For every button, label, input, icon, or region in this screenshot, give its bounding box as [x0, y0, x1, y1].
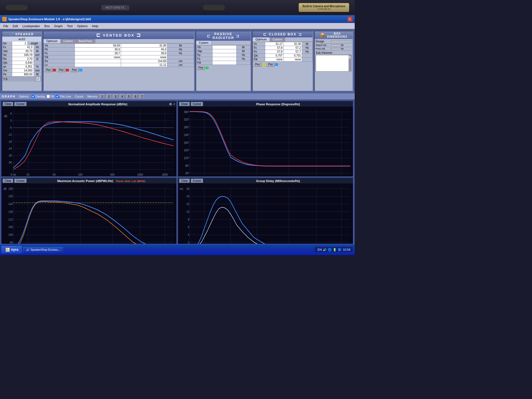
phase-graph-topbar: Clear Cursor Phase Response (Degrees/Hz) — [178, 101, 353, 107]
amplitude-clear-button[interactable]: Clear — [3, 102, 13, 106]
plot-btn-passive[interactable]: Plot — [197, 66, 205, 70]
menu-graph[interactable]: Graph — [52, 24, 65, 28]
amplitude-graph-topbar: Clear Cursor Normalized Amplitude Respon… — [2, 101, 177, 107]
reqvol-value — [331, 45, 341, 46]
tab-custom-closed[interactable]: Custom — [270, 37, 285, 42]
groupdelay-cursor-button[interactable]: Cursor — [191, 179, 203, 183]
table-row: Fs 28,7 39,9 Hz — [44, 52, 194, 55]
clock: 10:56 — [343, 248, 351, 251]
tab-optimum-vented[interactable]: Optimum — [44, 39, 61, 43]
thinline-option[interactable]: Thin Line — [56, 95, 71, 98]
svg-text:500: 500 — [110, 173, 115, 177]
taskbar-speakershop[interactable]: 🔊 SpeakerShop Enclosu... — [23, 247, 63, 253]
svg-text:4: 4 — [188, 233, 189, 236]
memory-btn-5[interactable]: 5 — [126, 94, 131, 99]
power-graph-title: Maximum Acoustic Power (dBPWL/Hz) Therm.… — [28, 179, 175, 183]
menu-loudspeaker[interactable]: Loudspeaker — [20, 24, 42, 28]
plot-btn-vented-1[interactable]: Plot — [44, 68, 52, 72]
amplitude-graph-canvas: 6 0 -6 -12 -18 -24 -30 -36 dB 5 Hz 10 50 — [2, 107, 177, 177]
passive-params-table: Vb litr Vap litr Fp Hz — [196, 45, 250, 65]
scrollbar[interactable] — [349, 55, 351, 71]
tab-optimum-closed[interactable]: Optimum — [253, 37, 270, 42]
power-cursor-button[interactable]: Cursor — [14, 179, 27, 183]
passive-radiator-panel: ⊏ PASSIVE RADIATOR ⊐ Custom Vb litr — [196, 31, 251, 91]
camera-bar-center-label: MOTIONEYE — [101, 5, 129, 10]
top-panels: 🔊 SPEAKER av10 No 1 single Fs 41,0 Hz — [0, 29, 355, 93]
svg-text:10: 10 — [26, 173, 29, 177]
menu-box[interactable]: Box — [42, 24, 52, 28]
table-row: Lv 11,11 cm — [44, 63, 194, 67]
tab-custom-passive[interactable]: Custom — [196, 41, 211, 45]
windows-icon: 🪟 — [5, 247, 10, 252]
passive-tabs: Custom — [196, 41, 250, 45]
ts-row: T-S ✓ — [2, 76, 41, 81]
memory-btn-6[interactable]: 6 — [133, 94, 138, 99]
menu-edit[interactable]: Edit — [11, 24, 20, 28]
speaker-name: av10 — [2, 37, 41, 42]
vented-box-header: ⊏ VENTED BOX ⊐ — [44, 31, 194, 39]
passive-icon2: ⊐ — [236, 34, 240, 38]
fill-option[interactable]: Fill — [47, 95, 54, 98]
tab-bandpass-vented[interactable]: Band-Pass — [76, 39, 95, 43]
memory-btn-4[interactable]: 4 — [120, 94, 125, 99]
vented-icon: ⊏ — [96, 32, 101, 38]
tab-custom-vented[interactable]: Custom — [61, 39, 76, 43]
plot-btn-vented-3[interactable]: Plot — [70, 68, 78, 72]
close-button[interactable]: E — [347, 17, 352, 22]
memory-btn-3[interactable]: 3 — [113, 94, 118, 99]
phase-graph-title: Phase Response (Degrees/Hz) — [204, 103, 352, 106]
groupdelay-clear-button[interactable]: Clear — [179, 179, 190, 183]
menu-file[interactable]: File — [1, 24, 11, 28]
camera-slot-left — [6, 5, 28, 10]
passive-header-label2: RADIATOR — [213, 36, 234, 40]
param-eta: ηo 0,351 % — [2, 65, 41, 69]
table-row: Dv 2x4,60 cm — [44, 59, 194, 63]
start-button[interactable]: 🪟 пуск — [2, 246, 22, 253]
menu-bar: File Edit Loudspeaker Box Graph Test Opt… — [0, 23, 355, 29]
camera-slot-right — [203, 5, 225, 10]
svg-text:120°: 120° — [184, 156, 189, 160]
svg-text:14: 14 — [186, 195, 189, 198]
closed-icon: ⊏ — [263, 32, 267, 37]
power-clear-button[interactable]: Clear — [3, 179, 13, 183]
table-row: Fb 30,0 45,0 Hz — [44, 48, 194, 52]
plot-btn-vented-2[interactable]: Plot — [57, 68, 65, 72]
amplitude-cursor-button[interactable]: Cursor — [14, 102, 27, 106]
memory-btn-1[interactable]: 1 — [100, 94, 105, 99]
sys-icon-3: 🔋 — [333, 248, 337, 252]
plot-btn-closed-1[interactable]: Plot — [253, 62, 261, 66]
speaker-params: No 1 single Fs 41,0 Hz Vas 30,70 litr — [2, 42, 41, 81]
overlay-option[interactable]: Overlay — [32, 95, 45, 98]
phase-clear-button[interactable]: Clear — [179, 102, 190, 106]
camera-bar: MOTIONEYE Built-In Camera and Microphone… — [0, 0, 355, 15]
overlay-checkbox[interactable] — [32, 95, 35, 98]
phase-cursor-button[interactable]: Cursor — [191, 102, 203, 106]
table-row: Fill none none — [253, 58, 313, 62]
therm-limit-label: Therm. limit: 1,31 dBPWL — [116, 180, 146, 183]
memory-btn-7[interactable]: 7 — [140, 94, 145, 99]
menu-help[interactable]: Help — [90, 24, 101, 28]
camera-right-sub: 2-478-281-01 — [303, 8, 345, 10]
speaker-header-label: SPEAKER — [15, 32, 34, 36]
svg-text:200°: 200° — [184, 141, 189, 144]
menu-options[interactable]: Options — [75, 24, 90, 28]
svg-text:8: 8 — [188, 218, 189, 221]
passive-icon: ⊏ — [207, 34, 211, 38]
menu-test[interactable]: Test — [65, 24, 75, 28]
sys-icon-2: 🌐 — [328, 248, 332, 252]
scrollbar-thumb[interactable] — [349, 56, 351, 59]
fill-checkbox[interactable] — [47, 95, 50, 98]
table-row: Vap litr — [196, 49, 250, 53]
memory-btn-2[interactable]: 2 — [106, 94, 111, 99]
thinline-label: Thin Line — [60, 95, 71, 98]
closed-params-table: Vc 31,17 32,36 litr Fc 57,8 57,2 Hz Fs 5… — [253, 42, 313, 62]
power-graph-panel: Clear Cursor Maximum Acoustic Power (dBP… — [1, 178, 177, 254]
thinline-checkbox[interactable] — [56, 95, 59, 98]
power-graph-canvas: 136 130 124 118 112 106 100 94 88 dB 5 H… — [2, 183, 177, 253]
ts-checkbox[interactable]: ✓ — [36, 77, 40, 81]
svg-text:50: 50 — [53, 173, 56, 177]
svg-text:dB: dB — [3, 187, 7, 190]
table-row: Fc 57,8 57,2 Hz — [253, 46, 313, 50]
amplitude-options-icon: ⚙ — [169, 102, 172, 106]
plot-btn-closed-2[interactable]: Plot — [266, 62, 274, 66]
